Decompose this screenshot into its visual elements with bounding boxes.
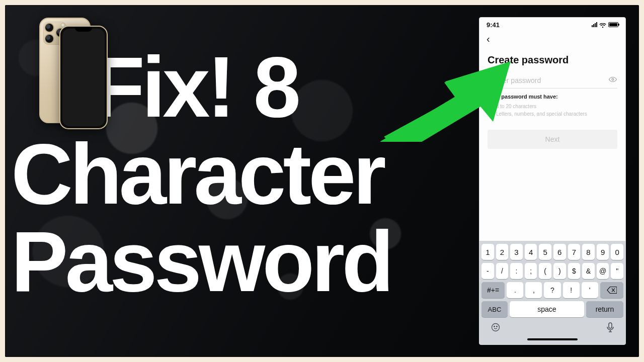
abc-key[interactable]: ABC <box>481 301 508 317</box>
svg-point-4 <box>492 324 500 331</box>
keyboard-row-4: ABC space return <box>481 301 623 317</box>
requirements-list: 8 to 20 characters Letters, numbers, and… <box>479 103 625 118</box>
key[interactable]: ! <box>563 282 580 298</box>
show-password-icon[interactable] <box>608 75 617 86</box>
password-input[interactable] <box>492 76 604 84</box>
keyboard-row-3: #+= . , ? ! ' <box>481 282 623 298</box>
key[interactable]: " <box>611 263 623 279</box>
key[interactable]: ; <box>525 263 537 279</box>
next-button[interactable]: Next <box>488 130 617 149</box>
key[interactable]: ) <box>553 263 566 279</box>
requirements-heading: Your password must have: <box>479 88 625 103</box>
key[interactable]: 8 <box>582 244 595 260</box>
key[interactable]: 9 <box>597 244 609 260</box>
key[interactable]: ( <box>539 263 551 279</box>
page-title: Create password <box>479 44 625 73</box>
key[interactable]: 6 <box>553 244 566 260</box>
key[interactable]: ? <box>544 282 560 298</box>
requirement-item: 8 to 20 characters <box>488 103 617 110</box>
key[interactable]: 5 <box>539 244 551 260</box>
key[interactable]: 2 <box>496 244 509 260</box>
cellular-signal-icon <box>592 22 597 27</box>
phone-screenshot: 9:41 ‹ Create password <box>479 17 626 345</box>
svg-point-5 <box>494 326 495 327</box>
battery-icon <box>608 22 618 27</box>
dictation-icon[interactable] <box>606 322 614 334</box>
password-field[interactable] <box>488 73 617 88</box>
wifi-icon <box>599 22 606 27</box>
key[interactable]: ' <box>582 282 598 298</box>
check-circle-icon <box>488 111 493 117</box>
key[interactable]: 0 <box>611 244 623 260</box>
key[interactable]: 3 <box>510 244 523 260</box>
check-circle-icon <box>488 104 493 109</box>
key[interactable]: / <box>496 263 509 279</box>
emoji-key-icon[interactable] <box>491 322 501 334</box>
key[interactable]: & <box>582 263 595 279</box>
key[interactable]: 7 <box>568 244 581 260</box>
ios-keyboard: 1 2 3 4 5 6 7 8 9 0 - / : ; ( ) <box>479 241 625 344</box>
text-cursor-icon <box>488 76 488 85</box>
key[interactable]: : <box>510 263 523 279</box>
iphone-hardware-illustration <box>39 18 103 133</box>
keyboard-row-2: - / : ; ( ) $ & @ " <box>481 263 623 279</box>
status-time: 9:41 <box>487 21 500 29</box>
key[interactable]: $ <box>568 263 581 279</box>
key[interactable]: , <box>525 282 542 298</box>
status-bar: 9:41 <box>479 18 625 32</box>
space-key[interactable]: space <box>510 301 584 317</box>
back-button[interactable]: ‹ <box>487 34 490 44</box>
svg-rect-7 <box>609 323 612 328</box>
requirement-item: Letters, numbers, and special characters <box>488 110 617 118</box>
return-key[interactable]: return <box>586 301 623 317</box>
key[interactable]: 4 <box>525 244 537 260</box>
keyboard-row-1: 1 2 3 4 5 6 7 8 9 0 <box>481 244 623 260</box>
key[interactable]: 1 <box>481 244 494 260</box>
home-indicator[interactable] <box>527 338 578 340</box>
thumbnail-stage: Fix! 8 Character Password 9:41 <box>5 5 639 357</box>
svg-point-3 <box>612 78 614 80</box>
key[interactable]: @ <box>597 263 609 279</box>
key[interactable]: . <box>507 282 523 298</box>
shift-key[interactable]: #+= <box>481 282 505 298</box>
backspace-key[interactable] <box>600 282 623 298</box>
key[interactable]: - <box>481 263 494 279</box>
svg-point-6 <box>497 326 498 327</box>
